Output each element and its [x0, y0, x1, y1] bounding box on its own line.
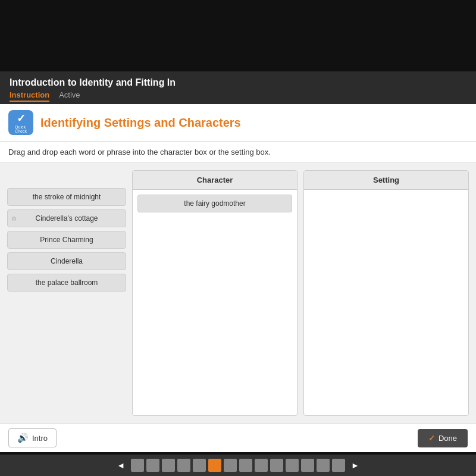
word-chip-3-text: Prince Charming — [40, 236, 93, 244]
drag-drop-area: the stroke of midnight ⚙ Cinderella's co… — [0, 163, 476, 423]
character-chip-1[interactable]: the fairy godmother — [137, 195, 292, 212]
content-area: ✓ QuickCheck Identifying Settings and Ch… — [0, 104, 476, 452]
checkmark-icon: ✓ — [17, 112, 26, 125]
word-chip-5-text: the palace ballroom — [36, 278, 98, 287]
character-zone-header: Character — [133, 171, 297, 190]
nav-dot-8[interactable] — [239, 459, 252, 472]
word-chip-2[interactable]: ⚙ Cinderella's cottage — [7, 209, 126, 227]
word-bank: the stroke of midnight ⚙ Cinderella's co… — [7, 170, 126, 416]
done-button[interactable]: ✓ Done — [418, 429, 468, 447]
quick-check-icon: ✓ QuickCheck — [8, 110, 33, 135]
setting-zone-header: Setting — [304, 171, 468, 190]
tab-active[interactable]: Active — [59, 90, 80, 102]
nav-next-arrow[interactable]: ► — [347, 461, 363, 470]
word-chip-2-text: Cinderella's cottage — [35, 214, 98, 223]
intro-button[interactable]: 🔊 Intro — [8, 428, 57, 447]
nav-dot-2[interactable] — [146, 459, 159, 472]
footer-bar: 🔊 Intro ✓ Done — [0, 423, 476, 452]
header-tabs: Instruction Active — [10, 90, 466, 102]
nav-dot-13[interactable] — [317, 459, 330, 472]
done-check-icon: ✓ — [428, 434, 435, 443]
nav-dot-5[interactable] — [193, 459, 206, 472]
word-chip-1-text: the stroke of midnight — [33, 193, 101, 201]
tab-instruction[interactable]: Instruction — [10, 90, 49, 102]
nav-dot-4[interactable] — [177, 459, 190, 472]
lesson-header: ✓ QuickCheck Identifying Settings and Ch… — [0, 104, 476, 142]
drop-zone-container: Character the fairy godmother Setting — [132, 170, 469, 416]
nav-dot-10[interactable] — [270, 459, 283, 472]
instruction-text: Drag and drop each word or phrase into t… — [0, 142, 476, 163]
nav-dot-6-active[interactable] — [208, 459, 221, 472]
bottom-nav: ◄ ► — [0, 455, 476, 476]
nav-dot-11[interactable] — [286, 459, 299, 472]
word-chip-1[interactable]: the stroke of midnight — [7, 188, 126, 206]
nav-prev-arrow[interactable]: ◄ — [113, 461, 129, 470]
word-chip-4[interactable]: Cinderella — [7, 252, 126, 270]
nav-dot-9[interactable] — [255, 459, 268, 472]
setting-drop-zone[interactable]: Setting — [303, 170, 469, 416]
page-title: Introduction to Identity and Fitting In — [10, 77, 466, 88]
nav-dot-1[interactable] — [131, 459, 144, 472]
intro-label: Intro — [32, 434, 48, 443]
word-chip-5[interactable]: the palace ballroom — [7, 274, 126, 292]
nav-dot-12[interactable] — [301, 459, 314, 472]
speaker-icon: 🔊 — [17, 433, 29, 443]
nav-dot-3[interactable] — [162, 459, 175, 472]
done-label: Done — [439, 434, 457, 443]
lesson-title: Identifying Settings and Characters — [40, 116, 241, 130]
nav-dot-7[interactable] — [224, 459, 237, 472]
character-zone-body: the fairy godmother — [133, 190, 297, 415]
setting-zone-body — [304, 190, 468, 415]
word-chip-4-text: Cinderella — [51, 257, 83, 265]
character-drop-zone[interactable]: Character the fairy godmother — [132, 170, 298, 416]
character-chip-1-text: the fairy godmother — [184, 199, 245, 208]
word-chip-3[interactable]: Prince Charming — [7, 231, 126, 249]
quick-check-label: QuickCheck — [15, 125, 27, 133]
nav-dot-14[interactable] — [332, 459, 345, 472]
drag-handle-icon: ⚙ — [11, 215, 17, 222]
header-bar: Introduction to Identity and Fitting In … — [0, 71, 476, 104]
